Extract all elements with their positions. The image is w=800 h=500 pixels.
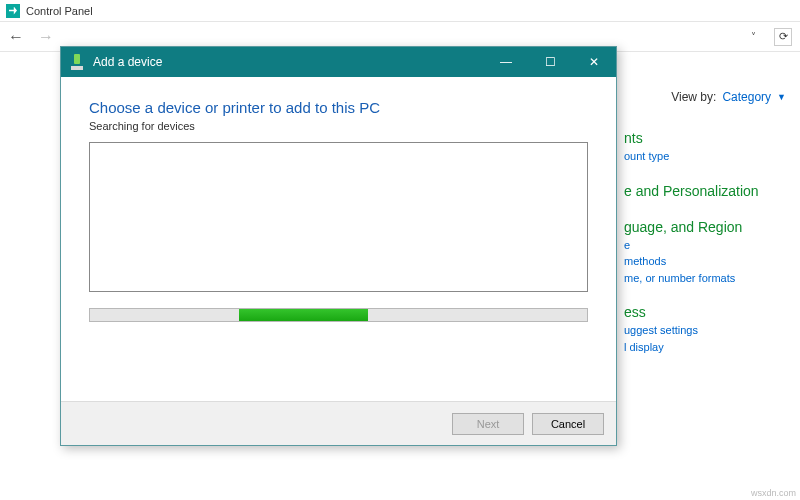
background-window-title: Control Panel xyxy=(26,5,93,17)
refresh-button[interactable]: ⟳ xyxy=(774,28,792,46)
minimize-button[interactable]: — xyxy=(484,47,528,77)
category-link[interactable]: e xyxy=(624,237,794,254)
device-icon xyxy=(71,54,85,70)
watermark: wsxdn.com xyxy=(751,488,796,498)
view-by-value[interactable]: Category xyxy=(722,90,771,104)
view-by-label: View by: xyxy=(671,90,716,104)
dialog-title: Add a device xyxy=(93,55,162,69)
category-title[interactable]: guage, and Region xyxy=(624,219,794,235)
category-title[interactable]: e and Personalization xyxy=(624,183,794,199)
category-region: guage, and Region e methods me, or numbe… xyxy=(624,219,794,287)
category-link[interactable]: methods xyxy=(624,253,794,270)
search-progress-bar xyxy=(89,308,588,322)
category-link[interactable]: me, or number formats xyxy=(624,270,794,287)
background-window-titlebar: Control Panel xyxy=(0,0,800,22)
category-link[interactable]: uggest settings xyxy=(624,322,794,339)
add-device-dialog: Add a device — ☐ ✕ Choose a device or pr… xyxy=(60,46,617,446)
address-history-dropdown[interactable]: ˅ xyxy=(747,27,760,46)
back-button[interactable]: ← xyxy=(8,28,24,46)
category-accounts: nts ount type xyxy=(624,130,794,165)
progress-indicator xyxy=(239,309,368,321)
control-panel-icon xyxy=(6,4,20,18)
category-title[interactable]: nts xyxy=(624,130,794,146)
maximize-button[interactable]: ☐ xyxy=(528,47,572,77)
view-by-selector: View by: Category ▼ xyxy=(671,90,786,104)
dialog-footer: Next Cancel xyxy=(61,401,616,445)
view-by-caret-icon[interactable]: ▼ xyxy=(777,92,786,102)
dialog-subheading: Searching for devices xyxy=(89,120,588,132)
category-link[interactable]: ount type xyxy=(624,148,794,165)
dialog-body: Choose a device or printer to add to thi… xyxy=(61,77,616,322)
close-button[interactable]: ✕ xyxy=(572,47,616,77)
category-ease-of-access: ess uggest settings l display xyxy=(624,304,794,355)
category-title[interactable]: ess xyxy=(624,304,794,320)
cancel-button[interactable]: Cancel xyxy=(532,413,604,435)
next-button: Next xyxy=(452,413,524,435)
dialog-titlebar[interactable]: Add a device — ☐ ✕ xyxy=(61,47,616,77)
device-list[interactable] xyxy=(89,142,588,292)
forward-button: → xyxy=(38,28,54,46)
category-appearance: e and Personalization xyxy=(624,183,794,201)
category-link[interactable]: l display xyxy=(624,339,794,356)
category-list: nts ount type e and Personalization guag… xyxy=(624,130,794,355)
dialog-heading: Choose a device or printer to add to thi… xyxy=(89,99,588,116)
